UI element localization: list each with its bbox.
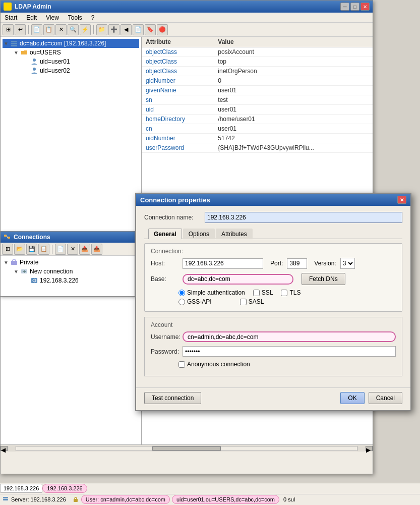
fetch-dns-button[interactable]: Fetch DNs xyxy=(302,273,345,285)
ssl-checkbox[interactable] xyxy=(253,290,260,296)
attr-name-cell: sn xyxy=(142,95,214,105)
toolbar-btn-1[interactable]: ⊞ xyxy=(3,24,14,35)
anon-checkbox[interactable] xyxy=(178,361,185,368)
scroll-right[interactable]: ▶ xyxy=(366,446,373,451)
dialog-close-button[interactable]: ✕ xyxy=(397,196,406,204)
anon-checkbox-group[interactable]: Anonymous connection xyxy=(178,361,250,368)
toolbar-btn-11[interactable]: 📄 xyxy=(133,24,144,35)
conn-btn-8[interactable]: 📤 xyxy=(91,244,102,255)
toolbar-btn-7[interactable]: ⚡ xyxy=(80,24,91,35)
sasl-checkbox-group[interactable]: SASL xyxy=(240,298,264,305)
port-input[interactable] xyxy=(287,258,307,269)
tree-node-user02[interactable]: ▶ uid=user02 xyxy=(23,66,139,75)
menu-view[interactable]: View xyxy=(44,14,61,22)
cancel-button[interactable]: Cancel xyxy=(369,392,402,404)
scrollbar-area[interactable]: ◀ ▶ xyxy=(1,444,373,452)
tab-options[interactable]: Options xyxy=(183,229,215,239)
toggle-ou-users[interactable]: ▼ xyxy=(14,50,19,55)
ok-button[interactable]: OK xyxy=(340,392,364,404)
base-input[interactable] xyxy=(183,274,293,285)
toolbar-btn-3[interactable]: 📄 xyxy=(31,24,42,35)
attr-value-cell: posixAccount xyxy=(214,47,373,57)
connections-title-bar: Connections xyxy=(1,232,135,243)
ssl-label: SSL xyxy=(262,289,273,296)
table-row: userPassword{SHA}BJf+TWdP43GUpvywiRPllu.… xyxy=(142,143,373,153)
conn-btn-4[interactable]: 📋 xyxy=(38,244,49,255)
tab-attributes[interactable]: Attributes xyxy=(216,229,253,239)
ssl-checkbox-group[interactable]: SSL xyxy=(253,289,273,296)
toolbar-btn-12[interactable]: 🔖 xyxy=(145,24,156,35)
gss-auth-label: GSS-API xyxy=(187,298,212,305)
tree-node-user02-label: uid=user02 xyxy=(40,67,70,74)
toolbar-btn-10[interactable]: ◀ xyxy=(121,24,132,35)
minimize-button[interactable]: ─ xyxy=(340,3,349,11)
conn-btn-5[interactable]: 📄 xyxy=(55,244,66,255)
username-input[interactable] xyxy=(183,331,396,342)
toggle-root[interactable]: ▼ xyxy=(4,41,9,46)
status-dn-text[interactable]: uid=user01,ou=USERS,dc=abc,dc=com xyxy=(172,495,279,504)
status-user-text[interactable]: User: cn=admin,dc=abc,dc=com xyxy=(81,495,170,504)
status-row2: Server: 192.168.3.226 User: cn=admin,dc=… xyxy=(0,494,420,505)
status-ip2[interactable]: 192.168.3.226 xyxy=(42,484,87,493)
connection-name-input[interactable] xyxy=(205,212,402,223)
gss-auth-radio[interactable]: GSS-API xyxy=(178,298,212,305)
host-row: Host: Port: Version: 3 2 xyxy=(151,258,396,269)
toolbar-btn-4[interactable]: 📋 xyxy=(43,24,54,35)
base-row: Base: Fetch DNs xyxy=(151,273,396,285)
menu-tools[interactable]: Tools xyxy=(66,14,84,22)
toolbar-btn-5[interactable]: ✕ xyxy=(55,24,67,35)
scrollbar-thumb[interactable] xyxy=(152,446,220,451)
account-section-label: Account xyxy=(151,321,396,328)
tls-checkbox-group[interactable]: TLS xyxy=(281,289,301,296)
conn-btn-2[interactable]: 📂 xyxy=(14,244,25,255)
conn-toggle-new[interactable]: ▼ xyxy=(14,269,19,274)
tree-node-ou-users[interactable]: ▼ ou=USERS xyxy=(13,48,139,57)
conn-btn-3[interactable]: 💾 xyxy=(26,244,37,255)
conn-toggle-private[interactable]: ▼ xyxy=(4,260,9,265)
tls-label: TLS xyxy=(289,289,301,296)
simple-auth-input[interactable] xyxy=(178,290,185,296)
tab-general[interactable]: General xyxy=(148,229,182,239)
attr-header-value: Value xyxy=(214,37,373,47)
tree-root[interactable]: ▼ dc=abc,dc=com [192.168.3.226] xyxy=(3,39,139,48)
svg-rect-18 xyxy=(75,497,77,499)
test-connection-button[interactable]: Test connection xyxy=(144,392,201,404)
tls-checkbox[interactable] xyxy=(281,290,287,296)
conn-ip-node[interactable]: ▶ 192.168.3.226 xyxy=(23,276,133,285)
version-select[interactable]: 3 2 xyxy=(340,258,355,269)
conn-btn-1[interactable]: ⊞ xyxy=(2,244,13,255)
scroll-left[interactable]: ◀ xyxy=(1,446,8,451)
host-input[interactable] xyxy=(183,258,263,269)
sasl-checkbox[interactable] xyxy=(240,299,247,305)
status-server-icon xyxy=(2,496,9,503)
menu-start[interactable]: Start xyxy=(3,14,19,22)
attr-name-cell: uidNumber xyxy=(142,134,214,143)
toolbar-btn-13[interactable]: 🔴 xyxy=(157,24,168,35)
svg-rect-6 xyxy=(8,237,10,239)
password-input[interactable] xyxy=(183,346,396,357)
menu-help[interactable]: ? xyxy=(89,14,97,22)
gss-auth-input[interactable] xyxy=(178,299,185,305)
conn-private-node[interactable]: ▼ Private xyxy=(3,258,133,267)
attr-value-cell: test xyxy=(214,95,373,105)
attr-name-cell: givenName xyxy=(142,86,214,95)
close-button[interactable]: ✕ xyxy=(361,3,370,11)
host-label: Host: xyxy=(151,260,178,267)
conn-new-connection-node[interactable]: ▼ New connection xyxy=(13,267,133,276)
conn-ip-label: 192.168.3.226 xyxy=(40,277,79,284)
base-label: Base: xyxy=(151,275,178,283)
toolbar-btn-8[interactable]: 📁 xyxy=(96,24,107,35)
tree-node-user01[interactable]: ▶ uid=user01 xyxy=(23,57,139,66)
conn-btn-7[interactable]: 📥 xyxy=(79,244,90,255)
attr-value-cell: top xyxy=(214,57,373,67)
simple-auth-radio[interactable]: Simple authentication xyxy=(178,289,245,296)
toolbar-btn-6[interactable]: 🔍 xyxy=(68,24,79,35)
status-ip1[interactable]: 192.168.3.226 xyxy=(0,484,42,493)
conn-btn-6[interactable]: ✕ xyxy=(67,244,78,255)
maximize-button[interactable]: □ xyxy=(350,3,359,11)
toolbar-btn-2[interactable]: ↩ xyxy=(15,24,26,35)
attr-name-cell: userPassword xyxy=(142,143,214,153)
scrollbar-track[interactable] xyxy=(16,446,357,451)
menu-edit[interactable]: Edit xyxy=(24,14,39,22)
toolbar-btn-9[interactable]: ➕ xyxy=(108,24,119,35)
